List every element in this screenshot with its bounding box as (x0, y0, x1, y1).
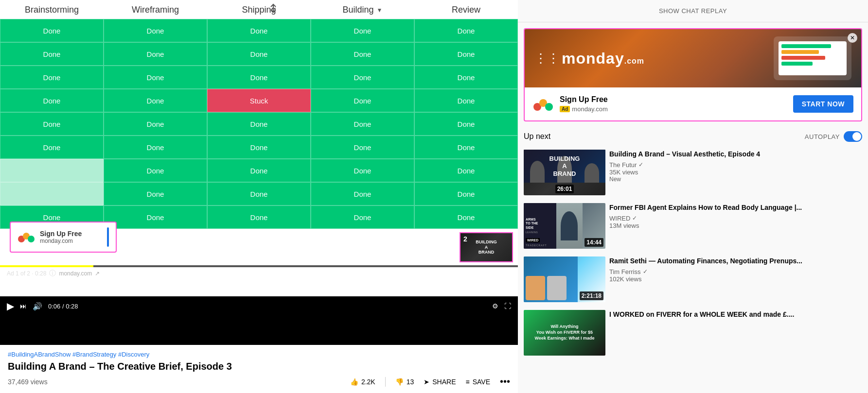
close-ad-button[interactable]: ✕ (848, 33, 857, 43)
cell-done: Done (207, 159, 311, 182)
cell-done: Done (414, 42, 518, 66)
info-icon: ⓘ (49, 269, 56, 278)
verified-icon: ✓ (643, 268, 648, 275)
volume-button[interactable]: 🔊 (33, 302, 42, 311)
ad-info-bar: Ad 1 of 2 · 0:28 ⓘ monday.com ↗ (7, 269, 100, 278)
cell-done: Done (311, 66, 414, 89)
list-item[interactable]: Will AnythingYou Wish on FIVERR for $5We… (518, 306, 868, 359)
video-views: 102K views (609, 275, 862, 283)
video-channel: WIRED ✓ (609, 215, 862, 222)
table-row: Done Done Done Done (0, 182, 518, 205)
start-now-button[interactable]: START NOW (793, 95, 853, 113)
video-thumbnail-fbi: ARMSTO THESIDE LEANING WIRED TRADECRAFT … (524, 203, 605, 249)
ad-domain-text: monday.com (40, 238, 82, 244)
thumbnail-preview-overlay[interactable]: 2 BUILDINGABRAND (460, 232, 513, 262)
svg-point-5 (545, 103, 553, 111)
fiverr-thumb-text: Will AnythingYou Wish on FIVERR for $5We… (535, 324, 595, 341)
cell-done: Done (414, 112, 518, 136)
video-duration: 14:44 (585, 238, 603, 247)
sort-icon[interactable] (269, 3, 278, 15)
cell-done: Done (104, 182, 207, 205)
chat-replay-text[interactable]: SHOW CHAT REPLAY (659, 7, 727, 15)
list-item[interactable]: BUILDINGABRAND 26:01 Building A Brand – … (518, 146, 868, 199)
share-button[interactable]: ➤ SHARE (424, 378, 456, 386)
ad-info-text: Ad 1 of 2 · 0:28 (7, 270, 46, 277)
ad-signup-label: Sign Up Free (560, 95, 787, 104)
up-next-header: Up next AUTOPLAY (518, 127, 868, 146)
ad-panel[interactable]: ⋮⋮ monday.com ✕ (524, 28, 862, 121)
video-controls: ▶ ⏭ 🔊 0:06 / 0:28 ⚙ ⛶ (0, 296, 518, 316)
col-wireframing: Wireframing (104, 5, 207, 15)
video-item-title: Building A Brand – Visual Aesthetic, Epi… (609, 150, 862, 159)
save-button[interactable]: ≡ SAVE (466, 378, 490, 386)
channel-name: The Futur (609, 161, 637, 169)
thumbnail-number: 2 (463, 235, 467, 243)
monday-logo-banner: ⋮⋮ monday.com (534, 50, 644, 68)
person1 (526, 276, 545, 300)
chat-replay-bar[interactable]: SHOW CHAT REPLAY (518, 0, 868, 22)
video-progress-bar[interactable] (0, 265, 518, 267)
col-building[interactable]: Building ▼ (311, 5, 414, 15)
thumb-ramit-content (524, 256, 578, 302)
hashtags[interactable]: #BuildingABrandShow #BrandStrategy #Disc… (8, 351, 510, 358)
col-shipping: Shipping (207, 5, 311, 15)
table-row: Done Done Done Done Done (0, 19, 518, 42)
below-video-info: #BuildingABrandShow #BrandStrategy #Disc… (0, 345, 518, 393)
cell-empty (0, 182, 104, 205)
thumb-down-icon: 👎 (395, 378, 404, 386)
video-thumbnail-building: BUILDINGABRAND 26:01 (524, 150, 605, 195)
fullscreen-button[interactable]: ⛶ (504, 302, 511, 310)
ad-badge-row: Ad monday.com (560, 105, 608, 113)
dislike-button[interactable]: 👎 13 (395, 378, 414, 386)
list-item[interactable]: ARMSTO THESIDE LEANING WIRED TRADECRAFT … (518, 199, 868, 253)
verified-icon: ✓ (638, 161, 643, 168)
cell-done: Done (207, 66, 311, 89)
next-button[interactable]: ⏭ (20, 302, 27, 310)
cell-done: Done (0, 42, 104, 66)
autoplay-toggle-knob (852, 132, 861, 141)
col-review-label: Review (452, 5, 480, 15)
table-row: Done Done Done Done Done (0, 136, 518, 159)
ad-signup-text: Sign Up Free (40, 230, 82, 238)
cell-done: Done (0, 66, 104, 89)
settings-button[interactable]: ⚙ (492, 302, 498, 310)
thumb-wired-logo: WIRED (526, 235, 554, 243)
grid-header: Brainstorming Wireframing Shipping Build… (0, 0, 518, 19)
col-review: Review (414, 5, 518, 15)
svg-point-2 (28, 236, 35, 242)
thumb-up-icon: 👍 (350, 378, 358, 386)
video-channel: The Futur ✓ (609, 161, 862, 169)
building-dropdown-icon[interactable]: ▼ (377, 7, 383, 14)
people-thumbnails (526, 276, 567, 300)
cell-done: Done (104, 205, 207, 229)
cell-done: Done (104, 19, 207, 42)
video-duration: 2:21:18 (580, 291, 603, 300)
video-info: Former FBI Agent Explains How to Read Bo… (609, 203, 862, 249)
autoplay-toggle[interactable] (844, 131, 862, 142)
more-options-button[interactable]: ••• (500, 376, 510, 387)
play-button[interactable]: ▶ (7, 300, 14, 312)
cell-done: Done (104, 136, 207, 159)
video-info: Building A Brand – Visual Aesthetic, Epi… (609, 150, 862, 195)
col-brainstorming: Brainstorming (0, 5, 104, 15)
cell-empty (0, 159, 104, 182)
like-button[interactable]: 👍 2.2K (350, 378, 375, 386)
thumb-building-text: BUILDINGABRAND (549, 155, 580, 178)
col-wireframing-label: Wireframing (132, 5, 179, 15)
ad-badge-label: Ad (560, 106, 570, 112)
cell-done: Done (0, 89, 104, 112)
thumb-tradecraft: TRADECRAFT (526, 244, 554, 247)
tablet-screen (779, 41, 847, 75)
video-duration: 26:01 (555, 185, 574, 193)
list-item[interactable]: 2:21:18 Ramit Sethi — Automating Finance… (518, 253, 868, 306)
monday-panel-logo (532, 93, 554, 115)
tablet-mockup (774, 36, 851, 80)
share-icon: ➤ (424, 378, 429, 386)
ad-panel-domain: monday.com (572, 105, 607, 113)
external-link-icon: ↗ (95, 270, 100, 277)
col-building-label: Building (343, 5, 374, 15)
thumb-left: ARMSTO THESIDE LEANING WIRED TRADECRAFT (524, 203, 556, 249)
up-next-label: Up next (524, 132, 550, 141)
ad-overlay-bottom-left[interactable]: Sign Up Free monday.com (10, 222, 117, 253)
right-sidebar: SHOW CHAT REPLAY ⋮⋮ monday.com (518, 0, 868, 393)
